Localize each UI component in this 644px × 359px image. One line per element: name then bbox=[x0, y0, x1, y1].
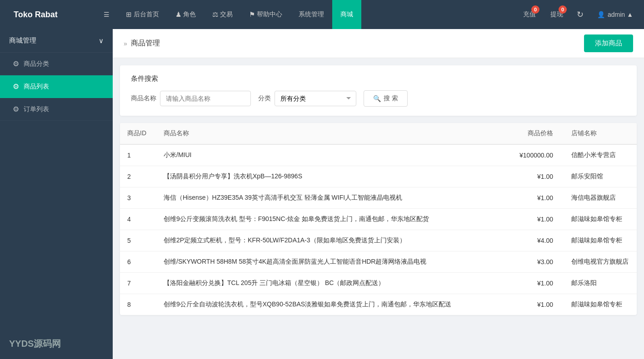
nav-item-transaction[interactable]: ⚖ 交易 bbox=[204, 0, 241, 29]
recharge-button[interactable]: 充值 0 bbox=[517, 0, 542, 29]
cell-name: 【汤阴县积分用户专享】洗衣机XpB—126-9896S bbox=[156, 166, 505, 187]
hamburger-icon: ☰ bbox=[104, 11, 110, 18]
help-icon: ⚑ bbox=[249, 10, 255, 19]
user-icon: 👤 bbox=[597, 11, 605, 18]
col-header-name: 商品名称 bbox=[156, 123, 505, 144]
sidebar-item-product-list[interactable]: ⚙ 商品列表 bbox=[0, 75, 113, 98]
search-button[interactable]: 🔍 搜 索 bbox=[364, 90, 408, 107]
cell-price: ¥1.00 bbox=[505, 273, 564, 294]
table-row: 8 创维9公斤全自动波轮洗衣机，型号XQB90-52BAS淡雅银如皋免费送货上门… bbox=[120, 294, 637, 315]
sidebar: 商城管理 ∨ ⚙ 商品分类 ⚙ 商品列表 ⚙ 订单列表 YYDS源码网 bbox=[0, 29, 113, 359]
nav-item-role[interactable]: ♟ 角色 bbox=[167, 0, 204, 29]
refresh-icon: ↻ bbox=[577, 10, 584, 20]
sidebar-product-label: 商品列表 bbox=[24, 83, 49, 91]
nav-items: ☰ ⊞ 后台首页 ♟ 角色 ⚖ 交易 ⚑ 帮助中心 系统管理 商城 bbox=[95, 0, 517, 29]
products-table: 商品ID 商品名称 商品价格 店铺名称 1 小米/MIUI ¥100000.00… bbox=[120, 123, 637, 315]
cell-price: ¥1.00 bbox=[505, 294, 564, 315]
products-table-wrap: 商品ID 商品名称 商品价格 店铺名称 1 小米/MIUI ¥100000.00… bbox=[120, 123, 637, 315]
footer-text: YYDS源码网 bbox=[9, 339, 61, 349]
user-menu[interactable]: 👤 admin ▲ bbox=[591, 0, 639, 29]
top-nav: Toko Rabat ☰ ⊞ 后台首页 ♟ 角色 ⚖ 交易 ⚑ 帮助中心 系统管… bbox=[0, 0, 644, 29]
sidebar-group-label: 商城管理 bbox=[9, 36, 36, 45]
layout: 商城管理 ∨ ⚙ 商品分类 ⚙ 商品列表 ⚙ 订单列表 YYDS源码网 » 商品… bbox=[0, 29, 644, 359]
cell-shop: 邮乐安阳馆 bbox=[564, 166, 637, 187]
nav-item-help[interactable]: ⚑ 帮助中心 bbox=[241, 0, 290, 29]
search-button-label: 搜 索 bbox=[384, 94, 398, 103]
nav-dashboard-label: 后台首页 bbox=[134, 10, 159, 19]
nav-item-dashboard[interactable]: ⊞ 后台首页 bbox=[118, 0, 167, 29]
product-name-label: 商品名称 bbox=[131, 94, 156, 103]
add-product-button[interactable]: 添加商品 bbox=[584, 34, 633, 52]
table-row: 7 【洛阳金融积分兑换】TCL 205升 三门电冰箱（星空银） BC（邮政网点配… bbox=[120, 273, 637, 294]
user-label: admin bbox=[608, 11, 625, 18]
cell-price: ¥3.00 bbox=[505, 251, 564, 273]
search-panel: 条件搜索 商品名称 分类 所有分类 🔍 搜 索 bbox=[120, 65, 637, 116]
table-row: 6 创维/SKYWORTH 58H8M 58英寸4K超高清全面屏防蓝光人工智能语… bbox=[120, 251, 637, 273]
cell-id: 4 bbox=[120, 209, 156, 230]
home-icon: ⊞ bbox=[126, 10, 132, 19]
category-link-icon: ⚙ bbox=[13, 59, 19, 68]
nav-hamburger[interactable]: ☰ bbox=[95, 0, 118, 29]
cell-price: ¥100000.00 bbox=[505, 144, 564, 166]
nav-role-label: 角色 bbox=[183, 10, 196, 19]
page-header: » 商品管理 添加商品 bbox=[113, 29, 644, 58]
user-chevron-icon: ▲ bbox=[627, 11, 633, 18]
cell-id: 7 bbox=[120, 273, 156, 294]
sidebar-group-shop[interactable]: 商城管理 ∨ bbox=[0, 29, 113, 53]
page-title: 商品管理 bbox=[131, 39, 160, 48]
cell-id: 6 bbox=[120, 251, 156, 273]
sidebar-item-order-list[interactable]: ⚙ 订单列表 bbox=[0, 98, 113, 121]
cell-name: 【洛阳金融积分兑换】TCL 205升 三门电冰箱（星空银） BC（邮政网点配送） bbox=[156, 273, 505, 294]
cell-shop: 邮滋味如皋馆专柜 bbox=[564, 209, 637, 230]
product-name-input[interactable] bbox=[160, 91, 251, 106]
category-field: 分类 所有分类 bbox=[258, 91, 356, 106]
table-row: 2 【汤阴县积分用户专享】洗衣机XpB—126-9896S ¥1.00 邮乐安阳… bbox=[120, 166, 637, 187]
cell-name: 小米/MIUI bbox=[156, 144, 505, 166]
withdraw-button[interactable]: 提现 0 bbox=[544, 0, 569, 29]
col-header-price: 商品价格 bbox=[505, 123, 564, 144]
table-body: 1 小米/MIUI ¥100000.00 信酷小米专营店 2 【汤阴县积分用户专… bbox=[120, 144, 637, 315]
product-name-field: 商品名称 bbox=[131, 91, 251, 106]
sidebar-order-label: 订单列表 bbox=[24, 105, 49, 113]
table-row: 1 小米/MIUI ¥100000.00 信酷小米专营店 bbox=[120, 144, 637, 166]
col-header-shop: 店铺名称 bbox=[564, 123, 637, 144]
table-row: 3 海信（Hisense）HZ39E35A 39英寸高清手机交互 轻薄金属 WI… bbox=[120, 187, 637, 209]
cell-shop: 创维电视官方旗舰店 bbox=[564, 251, 637, 273]
cell-shop: 海信电器旗舰店 bbox=[564, 187, 637, 209]
recharge-badge: 0 bbox=[531, 5, 539, 14]
cell-name: 创维9公斤变频滚筒洗衣机 型号：F9015NC-炫金 如皋免费送货上门，南通包邮… bbox=[156, 209, 505, 230]
cell-id: 1 bbox=[120, 144, 156, 166]
cell-price: ¥4.00 bbox=[505, 230, 564, 251]
sidebar-item-category[interactable]: ⚙ 商品分类 bbox=[0, 53, 113, 75]
refresh-button[interactable]: ↻ bbox=[571, 0, 589, 29]
category-label: 分类 bbox=[258, 94, 271, 103]
cell-name: 创维2P定频立式柜机，型号：KFR-50LW/F2DA1A-3（限如皋地区免费送… bbox=[156, 230, 505, 251]
transaction-icon: ⚖ bbox=[212, 10, 218, 19]
cell-id: 3 bbox=[120, 187, 156, 209]
nav-system-label: 系统管理 bbox=[299, 10, 324, 19]
product-link-icon: ⚙ bbox=[13, 82, 19, 91]
cell-price: ¥1.00 bbox=[505, 187, 564, 209]
nav-item-system[interactable]: 系统管理 bbox=[290, 0, 332, 29]
nav-right: 充值 0 提现 0 ↻ 👤 admin ▲ bbox=[517, 0, 639, 29]
category-select[interactable]: 所有分类 bbox=[275, 91, 356, 106]
withdraw-badge: 0 bbox=[559, 5, 567, 14]
cell-shop: 信酷小米专营店 bbox=[564, 144, 637, 166]
table-row: 5 创维2P定频立式柜机，型号：KFR-50LW/F2DA1A-3（限如皋地区免… bbox=[120, 230, 637, 251]
cell-price: ¥1.00 bbox=[505, 209, 564, 230]
cell-id: 2 bbox=[120, 166, 156, 187]
cell-shop: 邮滋味如皋馆专柜 bbox=[564, 230, 637, 251]
sidebar-footer: YYDS源码网 bbox=[0, 329, 113, 359]
sidebar-chevron-icon: ∨ bbox=[99, 37, 104, 45]
order-link-icon: ⚙ bbox=[13, 105, 19, 113]
cell-shop: 邮滋味如皋馆专柜 bbox=[564, 294, 637, 315]
search-panel-title: 条件搜索 bbox=[131, 74, 626, 83]
table-header: 商品ID 商品名称 商品价格 店铺名称 bbox=[120, 123, 637, 144]
search-icon: 🔍 bbox=[373, 95, 381, 102]
breadcrumb: » 商品管理 bbox=[124, 39, 160, 48]
sidebar-category-label: 商品分类 bbox=[24, 60, 49, 68]
nav-shop-label: 商城 bbox=[340, 10, 353, 19]
cell-id: 8 bbox=[120, 294, 156, 315]
nav-item-shop[interactable]: 商城 bbox=[332, 0, 361, 29]
search-row: 商品名称 分类 所有分类 🔍 搜 索 bbox=[131, 90, 626, 107]
